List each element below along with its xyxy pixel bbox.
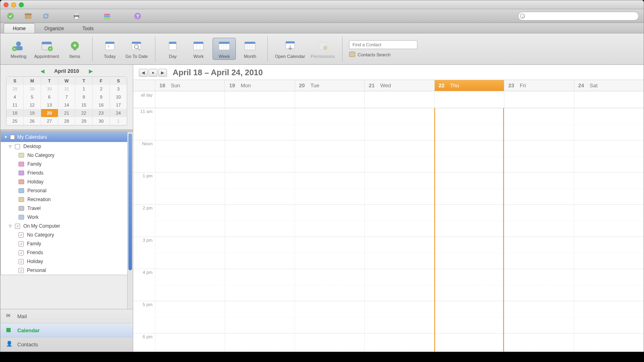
minical-day[interactable]: 15 — [75, 101, 93, 109]
time-slot[interactable] — [225, 140, 294, 172]
calendar-group[interactable]: ▽✓On My Computer — [1, 222, 131, 230]
day-header[interactable]: 22Thu — [434, 80, 504, 91]
toolbar-search-input[interactable] — [518, 12, 639, 21]
allday-slot[interactable] — [225, 91, 294, 108]
time-slot[interactable] — [434, 108, 504, 140]
calendar-item[interactable]: No Category — [1, 151, 131, 160]
minical-day[interactable]: 1 — [75, 85, 93, 93]
day-view-button[interactable]: Day — [161, 38, 184, 60]
calendar-toolbar-icon[interactable] — [23, 11, 33, 21]
checkbox[interactable]: ✓ — [15, 224, 20, 229]
minical-day[interactable]: 4 — [6, 93, 24, 101]
minical-day[interactable]: 1 — [110, 117, 127, 125]
calendar-item[interactable]: ✓No Category — [1, 230, 131, 239]
minical-day[interactable]: 30 — [41, 85, 58, 93]
time-slot[interactable] — [155, 108, 225, 140]
minical-day[interactable]: 8 — [75, 93, 93, 101]
time-slot[interactable] — [574, 140, 644, 172]
time-slot[interactable] — [434, 333, 504, 352]
scrollbar-thumb[interactable] — [128, 134, 132, 270]
time-slot[interactable] — [295, 108, 364, 140]
time-slot[interactable] — [295, 269, 364, 301]
time-slot[interactable] — [434, 237, 504, 269]
minical-day[interactable]: 16 — [93, 101, 110, 109]
minical-day[interactable]: 17 — [110, 101, 127, 109]
time-slot[interactable] — [155, 269, 225, 301]
minical-day[interactable]: 20 — [41, 109, 58, 117]
time-slot[interactable] — [574, 333, 644, 352]
time-slot[interactable] — [225, 269, 294, 301]
time-slot[interactable] — [574, 173, 644, 204]
time-slot[interactable] — [574, 237, 644, 269]
day-header[interactable]: 19Mon — [225, 80, 294, 91]
time-slot[interactable] — [225, 333, 294, 352]
minical-day[interactable]: 10 — [110, 93, 127, 101]
calendar-item[interactable]: Family — [1, 160, 131, 169]
checkbox[interactable]: ✓ — [19, 259, 24, 264]
time-slot[interactable] — [295, 140, 364, 172]
time-slot[interactable] — [504, 108, 574, 140]
time-slot[interactable] — [434, 173, 504, 204]
minical-prev-button[interactable]: ◀ — [38, 68, 47, 74]
time-slot[interactable] — [504, 301, 574, 333]
minical-day[interactable]: 12 — [24, 101, 41, 109]
allday-slot[interactable] — [364, 91, 434, 108]
allday-slot[interactable] — [504, 91, 574, 108]
minical-day[interactable]: 29 — [75, 117, 93, 125]
time-slot[interactable] — [295, 173, 364, 204]
time-slot[interactable] — [504, 140, 574, 172]
time-slot[interactable] — [434, 301, 504, 333]
time-slot[interactable] — [364, 269, 434, 301]
help-button[interactable]: ? — [132, 11, 143, 21]
nav-mail[interactable]: ✉Mail — [0, 309, 133, 323]
nav-contacts[interactable]: 👤Contacts — [0, 337, 133, 352]
open-calendar-button[interactable]: Open Calendar — [273, 38, 307, 60]
minical-day[interactable]: 19 — [24, 109, 41, 117]
time-slot[interactable] — [574, 269, 644, 301]
calendar-item[interactable]: Friends — [1, 169, 131, 177]
time-slot[interactable] — [295, 333, 364, 352]
calendar-item[interactable]: ✓Family — [1, 239, 131, 248]
checkbox-icon[interactable] — [10, 135, 15, 140]
checkbox[interactable]: ✓ — [19, 250, 24, 255]
minical-day[interactable]: 2 — [93, 85, 110, 93]
time-slot[interactable] — [504, 237, 574, 269]
day-header[interactable]: 21Wed — [364, 80, 434, 91]
minical-day[interactable]: 5 — [24, 93, 41, 101]
week-view-button[interactable]: Week — [213, 38, 236, 60]
minimize-window-button[interactable] — [11, 2, 16, 7]
ribbon-tab-home[interactable]: Home — [4, 23, 35, 33]
zoom-window-button[interactable] — [19, 2, 24, 7]
minical-day[interactable]: 26 — [24, 117, 41, 125]
minical-day[interactable]: 11 — [6, 101, 24, 109]
calendar-item[interactable]: Work — [1, 213, 131, 222]
checkbox[interactable]: ✓ — [19, 232, 24, 238]
minical-day[interactable]: 31 — [58, 85, 76, 93]
time-slot[interactable] — [225, 237, 294, 269]
allday-slot[interactable] — [155, 91, 225, 108]
week-next-button[interactable]: ▶ — [158, 69, 167, 77]
print-button[interactable] — [71, 11, 82, 21]
ribbon-tab-organize[interactable]: Organize — [35, 23, 73, 33]
week-prev-button[interactable]: ◀ — [139, 69, 148, 77]
minical-day[interactable]: 23 — [93, 109, 110, 117]
time-slot[interactable] — [225, 173, 294, 204]
time-slot[interactable] — [574, 108, 644, 140]
time-slot[interactable] — [434, 140, 504, 172]
time-slot[interactable] — [225, 301, 294, 333]
minical-day[interactable]: 30 — [93, 117, 110, 125]
time-slot[interactable] — [155, 237, 225, 269]
minical-day[interactable]: 14 — [58, 101, 76, 109]
sync-toolbar-icon[interactable] — [41, 11, 51, 21]
categories-button[interactable] — [102, 11, 112, 21]
minical-day[interactable]: 29 — [24, 85, 41, 93]
time-slot[interactable] — [504, 333, 574, 352]
time-slot[interactable] — [155, 173, 225, 204]
time-slot[interactable] — [225, 108, 294, 140]
time-slot[interactable] — [434, 205, 504, 237]
minical-next-button[interactable]: ▶ — [87, 68, 95, 74]
month-view-button[interactable]: Month — [238, 38, 262, 60]
day-header[interactable]: 18Sun — [155, 80, 225, 91]
allday-slot[interactable] — [434, 91, 504, 108]
sidebar-scrollbar[interactable] — [127, 132, 133, 309]
